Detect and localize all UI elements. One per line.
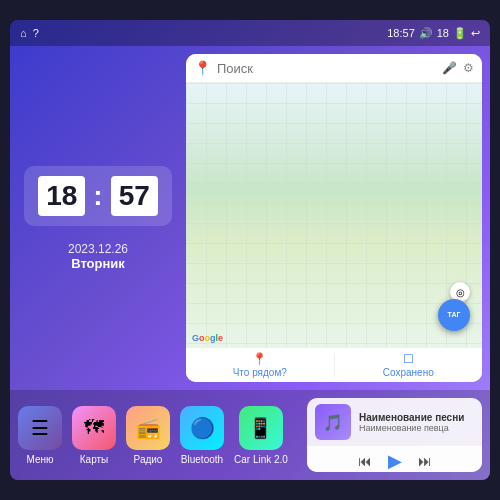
map-tab-nearby[interactable]: 📍 Что рядом? [186, 347, 334, 382]
status-bar: ⌂ ? 18:57 🔊 18 🔋 ↩ [10, 20, 490, 46]
clock-widget: 18 : 57 [24, 166, 172, 226]
music-title: Наименование песни [359, 412, 474, 423]
google-logo: Google [192, 333, 223, 343]
music-info: Наименование песни Наименование певца [359, 412, 474, 433]
battery-icon: 🔋 [453, 27, 467, 40]
music-play-button[interactable]: ▶ [388, 450, 402, 472]
left-panel: 18 : 57 2023.12.26 Вторник [18, 54, 178, 382]
app-icon-radio: 📻 [126, 406, 170, 450]
app-icons: ☰ Меню 🗺 Карты 📻 Радио 🔵 Bluetooth 📱 Car… [18, 406, 299, 465]
map-tab-saved-label: Сохранено [383, 367, 434, 378]
music-controls: ⏮ ▶ ⏭ [307, 446, 482, 472]
app-label-maps: Карты [80, 454, 109, 465]
map-nearby-icon: 📍 [252, 352, 267, 366]
music-next-button[interactable]: ⏭ [418, 453, 432, 469]
app-icon-menu: ☰ [18, 406, 62, 450]
day-text: Вторник [68, 256, 128, 271]
question-icon[interactable]: ? [33, 27, 39, 39]
music-player: 🎵 Наименование песни Наименование певца … [307, 398, 482, 472]
music-album-image: 🎵 [315, 404, 351, 440]
map-saved-icon: ☐ [403, 352, 414, 366]
status-left-icons: ⌂ ? [20, 27, 39, 39]
app-item-menu[interactable]: ☰ Меню [18, 406, 62, 465]
app-item-radio[interactable]: 📻 Радио [126, 406, 170, 465]
music-prev-button[interactable]: ⏮ [358, 453, 372, 469]
map-search-input[interactable] [217, 61, 436, 76]
app-item-carlink[interactable]: 📱 Car Link 2.0 [234, 406, 288, 465]
date-text: 2023.12.26 [68, 242, 128, 256]
app-label-radio: Радио [134, 454, 163, 465]
app-icon-bluetooth: 🔵 [180, 406, 224, 450]
map-nav-label: ТАГ [448, 311, 461, 319]
app-label-carlink: Car Link 2.0 [234, 454, 288, 465]
right-panel: 📍 🎤 ⚙ ◎ ТАГ Google [186, 54, 482, 382]
home-icon[interactable]: ⌂ [20, 27, 27, 39]
device-frame: ⌂ ? 18:57 🔊 18 🔋 ↩ 18 : 57 2023.12.26 Вт… [10, 20, 490, 480]
clock-hours: 18 [38, 176, 85, 216]
app-item-maps[interactable]: 🗺 Карты [72, 406, 116, 465]
app-icon-maps: 🗺 [72, 406, 116, 450]
music-top: 🎵 Наименование песни Наименование певца [307, 398, 482, 446]
map-bottom-tabs: 📍 Что рядом? ☐ Сохранено [186, 347, 482, 382]
app-label-bluetooth: Bluetooth [181, 454, 223, 465]
status-right-icons: 18:57 🔊 18 🔋 ↩ [387, 27, 480, 40]
map-nav-button[interactable]: ТАГ [438, 299, 470, 331]
app-icon-carlink: 📱 [239, 406, 283, 450]
status-battery: 18 [437, 27, 449, 39]
back-icon[interactable]: ↩ [471, 27, 480, 40]
clock-minutes: 57 [111, 176, 158, 216]
map-tab-nearby-label: Что рядом? [233, 367, 287, 378]
map-search-bar[interactable]: 📍 🎤 ⚙ [186, 54, 482, 83]
app-item-bluetooth[interactable]: 🔵 Bluetooth [180, 406, 224, 465]
date-info: 2023.12.26 Вторник [68, 242, 128, 271]
status-time: 18:57 [387, 27, 415, 39]
volume-icon: 🔊 [419, 27, 433, 40]
clock-separator: : [93, 182, 102, 210]
music-artist: Наименование певца [359, 423, 474, 433]
map-settings-icon[interactable]: ⚙ [463, 61, 474, 75]
music-album-art: 🎵 [315, 404, 351, 440]
map-tab-saved[interactable]: ☐ Сохранено [335, 347, 483, 382]
map-container: 📍 🎤 ⚙ ◎ ТАГ Google [186, 54, 482, 382]
main-content: 18 : 57 2023.12.26 Вторник 📍 🎤 ⚙ [10, 46, 490, 390]
bottom-section: ☰ Меню 🗺 Карты 📻 Радио 🔵 Bluetooth 📱 Car… [10, 390, 490, 480]
map-mic-icon[interactable]: 🎤 [442, 61, 457, 75]
map-area[interactable]: ◎ ТАГ Google [186, 83, 482, 347]
app-label-menu: Меню [26, 454, 53, 465]
map-pin-icon: 📍 [194, 60, 211, 76]
